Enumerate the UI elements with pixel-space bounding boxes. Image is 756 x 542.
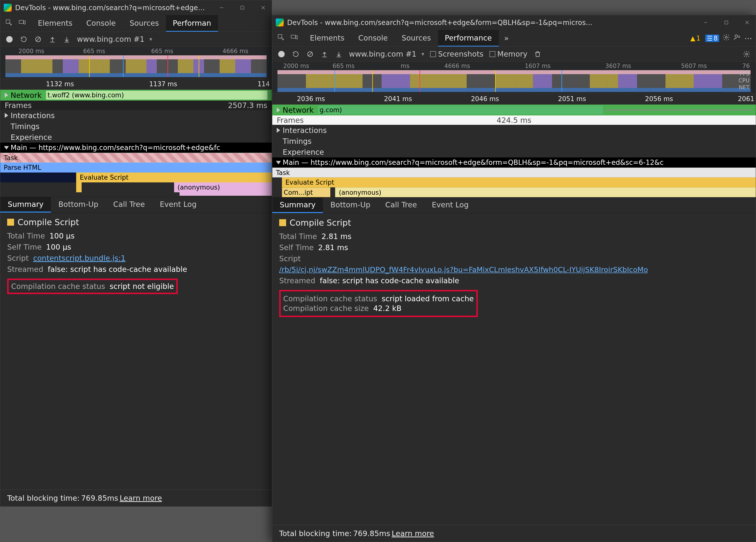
expand-icon[interactable] bbox=[277, 128, 280, 133]
collect-garbage-button[interactable] bbox=[533, 50, 542, 58]
window-maximize-button[interactable] bbox=[718, 15, 735, 30]
details-tab-event-log[interactable]: Event Log bbox=[152, 197, 204, 213]
frames-track[interactable]: Frames 424.5 ms bbox=[272, 115, 756, 125]
overview-tick: 665 ms bbox=[332, 63, 354, 69]
network-track[interactable]: Network t.woff2 (www.bing.com) bbox=[0, 90, 272, 101]
script-link[interactable]: contentscript.bundle.js:1 bbox=[33, 254, 126, 263]
more-options-icon[interactable]: ⋯ bbox=[744, 34, 751, 43]
more-tabs-button[interactable]: » bbox=[499, 30, 514, 46]
main-track-header[interactable]: Main — https://www.bing.com/search?q=mic… bbox=[0, 143, 272, 153]
save-profile-button[interactable] bbox=[63, 35, 71, 44]
memory-checkbox[interactable]: Memory bbox=[489, 50, 527, 58]
recording-title[interactable]: www.bing.com #1 bbox=[349, 50, 416, 58]
details-tab-bottom-up[interactable]: Bottom-Up bbox=[323, 198, 378, 213]
screenshots-checkbox[interactable]: Screenshots bbox=[430, 50, 483, 58]
tab-elements[interactable]: Elements bbox=[303, 30, 351, 46]
overview-lanes[interactable]: FPS CPU NET bbox=[277, 70, 751, 92]
expand-icon[interactable] bbox=[5, 113, 8, 118]
device-toolbar-icon[interactable] bbox=[291, 34, 298, 43]
tab-elements[interactable]: Elements bbox=[31, 15, 79, 32]
learn-more-link[interactable]: Learn more bbox=[120, 494, 162, 502]
overview-lanes[interactable] bbox=[5, 55, 267, 77]
details-tab-bottom-up[interactable]: Bottom-Up bbox=[51, 197, 106, 213]
flame-chart[interactable]: Task Parse HTML Evaluate Script (anonymo… bbox=[0, 153, 272, 197]
recording-dropdown-icon[interactable]: ▾ bbox=[149, 36, 152, 42]
network-label: Network bbox=[283, 106, 314, 115]
network-bar[interactable]: g.com) bbox=[318, 106, 603, 115]
flame-parse-html[interactable]: Parse HTML bbox=[0, 163, 272, 173]
flame-anonymous[interactable]: (anonymous) bbox=[335, 187, 756, 197]
flame-ruler[interactable]: 1132 ms 1137 ms 114 bbox=[0, 79, 272, 90]
titlebar[interactable]: DevTools - www.bing.com/search?q=microso… bbox=[0, 0, 272, 15]
feedback-icon[interactable] bbox=[733, 34, 741, 43]
flame-task[interactable]: Task bbox=[0, 153, 272, 163]
issues-info-badge[interactable]: ☰ 8 bbox=[705, 35, 719, 42]
window-minimize-button[interactable] bbox=[213, 0, 230, 15]
experience-track[interactable]: Experience bbox=[0, 132, 272, 143]
tab-sources[interactable]: Sources bbox=[123, 15, 166, 32]
timeline-overview[interactable]: 2000 ms 665 ms 665 ms 4666 ms bbox=[0, 47, 272, 79]
window-minimize-button[interactable] bbox=[697, 15, 714, 30]
capture-settings-button[interactable] bbox=[742, 50, 751, 58]
tab-console[interactable]: Console bbox=[351, 30, 395, 46]
titlebar[interactable]: DevTools - www.bing.com/search?q=microso… bbox=[272, 15, 756, 30]
tab-performance[interactable]: Performan bbox=[166, 15, 218, 32]
timeline-overview[interactable]: 2000 ms 665 ms ms 4666 ms 1607 ms 3607 m… bbox=[272, 62, 756, 94]
details-tab-event-log[interactable]: Event Log bbox=[424, 198, 476, 213]
experience-track[interactable]: Experience bbox=[272, 147, 756, 158]
flame-chart[interactable]: Task Evaluate Script Com...ipt (anonymou… bbox=[272, 168, 756, 197]
expand-icon[interactable] bbox=[5, 93, 8, 98]
window-close-button[interactable] bbox=[738, 15, 756, 30]
clear-button[interactable] bbox=[34, 35, 42, 44]
reload-record-button[interactable] bbox=[20, 35, 28, 44]
device-toolbar-icon[interactable] bbox=[19, 19, 26, 28]
expand-icon[interactable] bbox=[277, 108, 280, 113]
window-maximize-button[interactable] bbox=[234, 0, 251, 15]
script-link[interactable]: /rb/5i/cj,nj/swZZm4mmlUDPO_fW4Fr4vIvuxLo… bbox=[279, 266, 648, 274]
load-profile-button[interactable] bbox=[320, 50, 329, 58]
collapse-icon[interactable] bbox=[4, 146, 9, 150]
footer-value: 769.85ms bbox=[353, 529, 390, 538]
network-bar[interactable]: t.woff2 (www.bing.com) bbox=[46, 91, 267, 100]
timings-track[interactable]: Timings bbox=[0, 121, 272, 132]
settings-icon[interactable] bbox=[723, 34, 730, 43]
inspect-element-icon[interactable] bbox=[5, 19, 13, 28]
svg-rect-6 bbox=[24, 21, 25, 24]
collapse-icon[interactable] bbox=[276, 161, 281, 164]
overview-tick: 3607 ms bbox=[605, 63, 631, 69]
tab-sources[interactable]: Sources bbox=[395, 30, 438, 46]
tab-performance[interactable]: Performance bbox=[438, 30, 499, 46]
inspect-element-icon[interactable] bbox=[277, 34, 285, 43]
details-tab-summary[interactable]: Summary bbox=[0, 197, 51, 213]
learn-more-link[interactable]: Learn more bbox=[392, 529, 434, 538]
details-tab-call-tree[interactable]: Call Tree bbox=[378, 198, 424, 213]
network-track[interactable]: Network g.com) bbox=[272, 105, 756, 115]
clear-button[interactable] bbox=[306, 50, 314, 58]
issues-warning-badge[interactable]: ▲ 1 bbox=[689, 35, 702, 42]
compilation-cache-size-value: 42.2 kB bbox=[373, 304, 401, 313]
window-close-button[interactable] bbox=[254, 0, 272, 15]
main-track-header[interactable]: Main — https://www.bing.com/search?q=mic… bbox=[272, 158, 756, 168]
recording-dropdown-icon[interactable]: ▾ bbox=[421, 51, 424, 57]
tab-console[interactable]: Console bbox=[79, 15, 123, 32]
flame-evaluate-script[interactable]: Evaluate Script bbox=[282, 178, 756, 187]
record-button[interactable] bbox=[5, 35, 14, 44]
load-profile-button[interactable] bbox=[48, 35, 57, 44]
track-label: Timings bbox=[11, 122, 40, 131]
interactions-track[interactable]: Interactions bbox=[0, 110, 272, 121]
interactions-track[interactable]: Interactions bbox=[272, 125, 756, 136]
recording-title[interactable]: www.bing.com #1 bbox=[77, 35, 144, 44]
flame-compile-script[interactable]: Com...ipt bbox=[282, 187, 330, 197]
flame-ruler[interactable]: 2036 ms 2041 ms 2046 ms 2051 ms 2056 ms … bbox=[272, 94, 756, 105]
flame-anonymous[interactable]: (anonymous) bbox=[174, 183, 272, 192]
flame-evaluate-script[interactable]: Evaluate Script bbox=[76, 173, 272, 183]
reload-record-button[interactable] bbox=[292, 50, 300, 58]
record-button[interactable] bbox=[277, 50, 286, 58]
flame-task[interactable]: Task bbox=[272, 168, 756, 178]
details-tab-summary[interactable]: Summary bbox=[272, 198, 323, 213]
details-tab-call-tree[interactable]: Call Tree bbox=[106, 197, 152, 213]
track-label: Experience bbox=[283, 148, 324, 157]
save-profile-button[interactable] bbox=[335, 50, 343, 58]
frames-track[interactable]: Frames 2507.3 ms bbox=[0, 101, 272, 110]
timings-track[interactable]: Timings bbox=[272, 136, 756, 147]
